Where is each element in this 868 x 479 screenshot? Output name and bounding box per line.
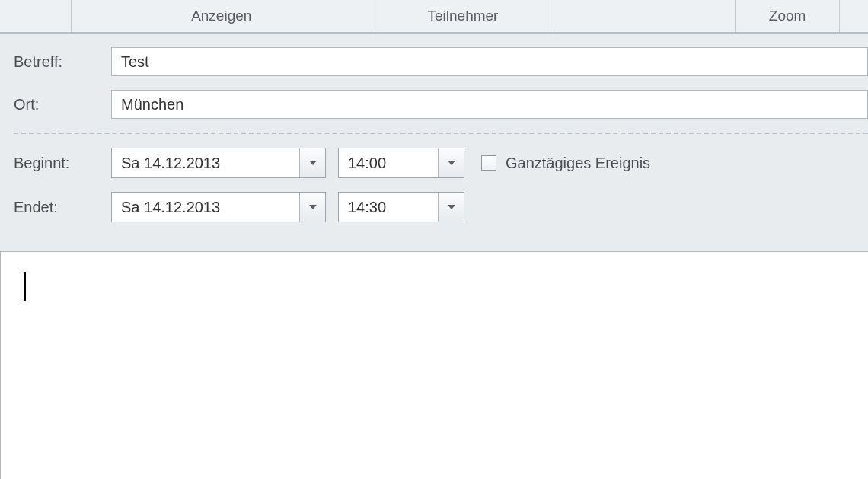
subject-input[interactable]: [111, 47, 868, 76]
allday-checkbox[interactable]: [481, 155, 496, 171]
start-time-value: 14:00: [339, 148, 438, 177]
end-date-dropdown-button[interactable]: [299, 193, 325, 222]
start-date-value: Sa 14.12.2013: [112, 148, 299, 177]
label-end: Endet:: [14, 199, 111, 216]
ribbon-group-anzeigen[interactable]: Anzeigen: [71, 0, 372, 32]
end-date-value: Sa 14.12.2013: [112, 193, 299, 222]
row-start: Beginnt: Sa 14.12.2013 14:00 Ganztägiges…: [14, 148, 868, 178]
label-start: Beginnt:: [14, 155, 111, 172]
chevron-down-icon: [448, 161, 455, 165]
allday-label: Ganztägiges Ereignis: [506, 155, 650, 172]
ribbon-group-zoom[interactable]: Zoom: [735, 0, 839, 32]
end-date-combo[interactable]: Sa 14.12.2013: [111, 192, 326, 222]
label-location: Ort:: [14, 96, 111, 113]
start-time-dropdown-button[interactable]: [438, 148, 464, 177]
body-textarea[interactable]: [0, 251, 868, 479]
ribbon-section-empty2: [554, 0, 735, 32]
start-time-combo[interactable]: 14:00: [338, 148, 464, 178]
chevron-down-icon: [309, 161, 317, 165]
ribbon-tabs: Anzeigen Teilnehmer Zoom: [0, 0, 868, 34]
row-location: Ort:: [14, 90, 868, 119]
start-date-combo[interactable]: Sa 14.12.2013: [111, 148, 326, 178]
ribbon-section-empty1: [0, 0, 71, 32]
end-time-combo[interactable]: 14:30: [338, 192, 464, 222]
chevron-down-icon: [448, 205, 455, 209]
ribbon-section-last: [839, 0, 868, 32]
appointment-form: Betreff: Ort: Beginnt: Sa 14.12.2013 14:…: [0, 34, 868, 251]
location-input[interactable]: [111, 90, 868, 119]
divider: [14, 133, 868, 134]
ribbon-group-teilnehmer[interactable]: Teilnehmer: [372, 0, 554, 32]
end-time-dropdown-button[interactable]: [438, 193, 464, 222]
label-subject: Betreff:: [14, 53, 111, 71]
end-time-value: 14:30: [339, 193, 438, 222]
row-subject: Betreff:: [14, 47, 868, 76]
chevron-down-icon: [309, 205, 317, 209]
allday-checkbox-wrap[interactable]: Ganztägiges Ereignis: [481, 155, 650, 172]
start-date-dropdown-button[interactable]: [299, 148, 325, 177]
text-cursor-icon: [24, 272, 26, 301]
row-end: Endet: Sa 14.12.2013 14:30: [14, 192, 868, 222]
